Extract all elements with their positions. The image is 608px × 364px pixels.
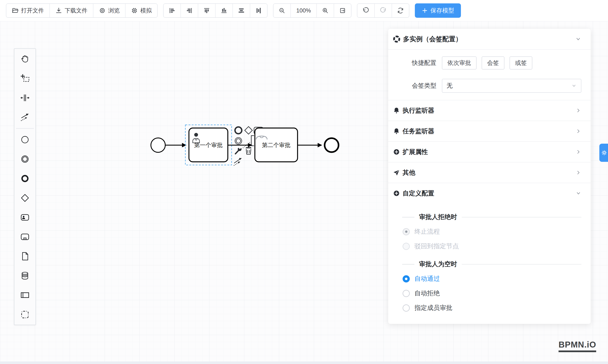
data-object-tool[interactable]: [14, 247, 36, 266]
section-custom-config[interactable]: 自定义配置: [388, 183, 591, 203]
save-model-label: 保存模型: [430, 7, 454, 14]
data-object-icon: [20, 251, 30, 261]
connect-button[interactable]: [234, 158, 242, 166]
radio-selected: [403, 275, 410, 283]
zoom-level[interactable]: 100%: [290, 4, 316, 17]
delete-button[interactable]: [246, 147, 251, 154]
zoom-group: 100%: [273, 3, 351, 18]
align-center-horizontal-button[interactable]: [232, 4, 250, 17]
section-other[interactable]: 其他: [388, 162, 591, 183]
zoom-out-button[interactable]: [274, 4, 290, 17]
zoom-in-icon: [322, 7, 329, 14]
subprocess-icon: [20, 232, 30, 242]
empty-group-title: 审批人为空时: [402, 260, 581, 269]
bpmn-io-logo: BPMN.iO: [558, 340, 596, 352]
group-icon: [20, 310, 30, 319]
zoom-in-button[interactable]: [316, 4, 334, 17]
append-end-event-button[interactable]: [235, 127, 242, 134]
space-tool[interactable]: [14, 88, 36, 107]
bpmn-io-logo-underline: [558, 351, 596, 352]
user-task-1-shape[interactable]: 第一个审批: [189, 128, 228, 162]
align-left-button[interactable]: [164, 4, 181, 17]
countersign-type-row: 会签类型 无: [393, 79, 581, 93]
quick-option-countersign[interactable]: 会签: [482, 56, 504, 69]
preview-label: 浏览: [108, 7, 120, 14]
subprocess-tool[interactable]: [14, 227, 36, 247]
save-model-button[interactable]: 保存模型: [415, 3, 461, 18]
align-right-button[interactable]: [181, 4, 198, 17]
lasso-tool[interactable]: [14, 69, 36, 88]
open-file-label: 打开文件: [21, 7, 44, 14]
intermediate-event-tool[interactable]: [14, 149, 36, 169]
preview-button[interactable]: 浏览: [93, 4, 125, 17]
chevron-right-icon: [575, 107, 581, 114]
section-extended-attributes[interactable]: 扩展属性: [388, 142, 591, 162]
radio-auto-pass[interactable]: 自动通过: [403, 274, 591, 283]
start-event-shape[interactable]: [151, 138, 165, 152]
download-file-label: 下载文件: [65, 7, 88, 14]
redo-button[interactable]: [374, 4, 392, 17]
data-store-tool[interactable]: [14, 266, 36, 286]
start-event-tool[interactable]: [14, 130, 36, 149]
align-top-button[interactable]: [198, 4, 215, 17]
tool-palette: [14, 48, 36, 325]
simulate-button[interactable]: 模拟: [125, 4, 157, 17]
section-label: 扩展属性: [403, 148, 428, 156]
bpmn-io-logo-text: BPMN.iO: [558, 340, 596, 350]
radio-label: 自动通过: [414, 274, 440, 283]
radio-return-to-node[interactable]: 驳回到指定节点: [403, 242, 591, 250]
simulate-label: 模拟: [140, 7, 152, 14]
quick-option-sequential[interactable]: 依次审批: [442, 56, 476, 69]
fit-viewport-icon: [339, 7, 346, 14]
settings-tab[interactable]: [599, 144, 608, 162]
radio-assign-member[interactable]: 指定成员审批: [403, 304, 591, 312]
countersign-type-select[interactable]: 无: [442, 79, 581, 93]
gateway-tool[interactable]: [14, 188, 36, 208]
append-gateway-button[interactable]: [245, 127, 252, 134]
multi-instance-icon: [393, 35, 400, 43]
refresh-button[interactable]: [392, 4, 409, 17]
user-task-tool[interactable]: [14, 208, 36, 227]
align-center-vertical-icon: [255, 7, 262, 14]
align-center-vertical-button[interactable]: [250, 4, 267, 17]
radio-terminate-process[interactable]: 终止流程: [403, 227, 591, 236]
preview-icon: [99, 7, 106, 14]
section-execution-listener[interactable]: 执行监听器: [388, 100, 591, 121]
append-intermediate-event-button[interactable]: [235, 138, 242, 144]
user-task-2-shape[interactable]: 第二个审批: [255, 128, 298, 162]
end-event-shape[interactable]: [325, 138, 339, 152]
hand-tool[interactable]: [14, 49, 36, 69]
radio-unselected-disabled: [403, 243, 410, 250]
quick-config-options: 依次审批 会签 或签: [442, 56, 532, 69]
start-event-icon: [20, 135, 30, 144]
quick-config-row: 快捷配置 依次审批 会签 或签: [393, 56, 581, 69]
change-type-button[interactable]: [236, 146, 242, 154]
fit-viewport-button[interactable]: [334, 4, 351, 17]
radio-auto-reject[interactable]: 自动拒绝: [403, 289, 591, 298]
radio-unselected: [403, 290, 410, 297]
multi-instance-config-block: 快捷配置 依次审批 会签 或签 会签类型 无: [388, 50, 591, 100]
panel-header[interactable]: 多实例（会签配置）: [388, 29, 591, 49]
download-file-button[interactable]: 下载文件: [50, 4, 93, 17]
group-tool[interactable]: [14, 305, 36, 324]
chevron-down-icon[interactable]: [575, 36, 581, 42]
chevron-right-icon: [575, 170, 581, 176]
append-text-annotation-button[interactable]: [243, 136, 254, 148]
align-right-icon: [186, 7, 193, 14]
empty-title-label: 审批人为空时: [419, 260, 457, 269]
section-task-listener[interactable]: 任务监听器: [388, 121, 591, 141]
chevron-right-icon: [575, 149, 581, 155]
align-bottom-button[interactable]: [215, 4, 232, 17]
task-1-label: 第一个审批: [194, 142, 223, 148]
chevron-down-icon: [571, 83, 577, 89]
reject-group-title: 审批人拒绝时: [402, 213, 581, 221]
open-file-button[interactable]: 打开文件: [6, 4, 50, 17]
end-event-tool[interactable]: [14, 169, 36, 188]
connect-tool-icon: [20, 112, 30, 122]
connect-tool[interactable]: [14, 107, 36, 127]
undo-button[interactable]: [357, 4, 374, 17]
quick-option-or-sign[interactable]: 或签: [510, 56, 532, 69]
radio-label: 自动拒绝: [414, 289, 440, 298]
participant-tool[interactable]: [14, 286, 36, 305]
download-icon: [55, 7, 62, 14]
